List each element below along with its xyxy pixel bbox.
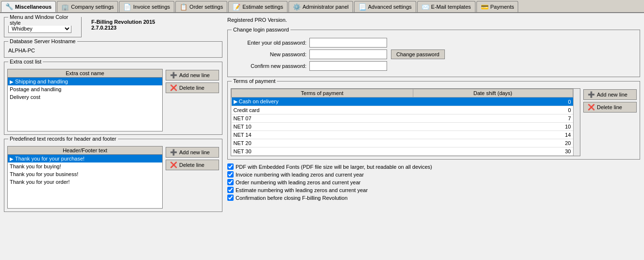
tab-advanced[interactable]: 📃 Advanced settings	[354, 1, 416, 12]
checkbox-estimate_numbering[interactable]	[227, 187, 234, 193]
predefined-text-add-button[interactable]: ➕ Add new line	[166, 147, 219, 158]
checkbox-row: Invoice numbering with leading zeros and…	[227, 171, 640, 178]
left-panel: Menu and Window Color style Whidbey Clas…	[4, 17, 222, 255]
checkbox-row: Confirmation before closing F-billing Re…	[227, 195, 640, 201]
terms-list-container: Terms of payment Date shift (days) ▶ Cas…	[231, 88, 580, 156]
password-group-label: Change login password	[232, 27, 290, 32]
predefined-text-buttons: ➕ Add new line ❌ Delete line	[166, 146, 219, 209]
extra-cost-column-header: Extra cost name	[10, 70, 160, 76]
tab-admin[interactable]: ⚙️ Administrator panel	[288, 1, 353, 12]
main-content: Menu and Window Color style Whidbey Clas…	[0, 13, 644, 259]
table-row[interactable]: NET 1010	[232, 123, 573, 131]
checkbox-confirm_closing[interactable]	[227, 195, 234, 201]
db-hostname-group: Database Server Hostname ALPHA-PC	[4, 41, 222, 58]
change-password-button[interactable]: Change password	[391, 49, 445, 59]
predefined-text-list-row: Header/Footer text ▶ Thank you for your …	[7, 146, 219, 209]
list-item[interactable]: Thank you for your order!	[8, 178, 162, 186]
tab-email[interactable]: ✉️ E-Mail templates	[417, 1, 475, 12]
predefined-text-list-container: Header/Footer text ▶ Thank you for your …	[7, 146, 163, 209]
table-row[interactable]: Credit card0	[232, 106, 573, 114]
table-row[interactable]: ▶ Cash on delivery0	[232, 98, 573, 106]
table-row[interactable]: NET 2020	[232, 139, 573, 147]
terms-add-button[interactable]: ➕ Add new line	[583, 89, 637, 100]
registered-label: Registered PRO Version.	[227, 17, 640, 23]
terms-table: Terms of payment Date shift (days) ▶ Cas…	[231, 89, 573, 156]
delete-icon: ❌	[588, 104, 595, 111]
date-col-header: Date shift (days)	[413, 89, 573, 98]
checkbox-row: Estimate numbering with leading zeros an…	[227, 187, 640, 193]
tab-order[interactable]: 📋 Order settings	[175, 1, 227, 12]
old-password-input[interactable]	[309, 38, 387, 48]
predefined-text-list-header: Header/Footer text	[8, 146, 162, 155]
terms-buttons: ➕ Add new line ❌ Delete line	[583, 88, 637, 156]
checkbox-pdf_embedded[interactable]	[227, 163, 234, 170]
extra-cost-list-header: Extra cost name	[8, 69, 162, 78]
extra-cost-list-row: Extra cost name ▶ Shipping and handling …	[7, 69, 219, 131]
checkbox-invoice_numbering[interactable]	[227, 171, 234, 178]
predefined-text-list-body[interactable]: ▶ Thank you for your purchase! Thank you…	[8, 155, 162, 208]
delete-icon: ❌	[170, 84, 177, 91]
predefined-text-group: Predefined text records for header and f…	[4, 139, 222, 212]
list-item[interactable]: Postage and handling	[8, 85, 162, 93]
list-item[interactable]: Delivery cost	[8, 93, 162, 101]
tab-company[interactable]: 🏢 Company settings	[57, 1, 118, 12]
delete-icon: ❌	[170, 162, 177, 168]
advanced-icon: 📃	[358, 3, 366, 11]
checkbox-label: PDF with Embedded Fonts (PDF file size w…	[236, 164, 432, 170]
tab-invoice[interactable]: 📄 Invoice settings	[119, 1, 174, 12]
checkbox-label: Estimate numbering with leading zeros an…	[236, 187, 368, 193]
db-hostname-value: ALPHA-PC	[8, 48, 218, 53]
app-version: 2.7.0.2123	[91, 25, 155, 31]
selected-arrow: ▶	[10, 156, 14, 162]
list-item[interactable]: ▶ Thank you for your purchase!	[8, 155, 162, 162]
table-row[interactable]: NET 077	[232, 114, 573, 123]
app-name: F-Billing Revolution 2015	[91, 19, 155, 25]
old-password-label: Enter your old password:	[232, 40, 309, 46]
selected-arrow: ▶	[234, 98, 239, 104]
predefined-text-delete-button[interactable]: ❌ Delete line	[166, 160, 219, 170]
tab-estimate[interactable]: 📝 Estimate settings	[228, 1, 288, 12]
extra-cost-label: Extra cost list	[8, 59, 43, 65]
table-row[interactable]: NET 3030	[232, 147, 573, 156]
password-group: Change login password Enter your old pas…	[227, 30, 640, 77]
terms-table-wrapper[interactable]: Terms of payment Date shift (days) ▶ Cas…	[231, 89, 573, 156]
old-password-row: Enter your old password:	[232, 38, 636, 48]
order-icon: 📋	[180, 3, 187, 11]
add-icon: ➕	[170, 72, 177, 79]
extra-cost-list-body[interactable]: ▶ Shipping and handling Postage and hand…	[8, 78, 162, 131]
tab-payments[interactable]: 💳 Payments	[476, 1, 519, 12]
extra-cost-add-button[interactable]: ➕ Add new line	[166, 70, 219, 81]
tab-bar: 🔧 Miscellaneous 🏢 Company settings 📄 Inv…	[0, 0, 644, 13]
terms-scrollbar[interactable]	[573, 89, 580, 156]
payments-icon: 💳	[481, 3, 489, 11]
color-style-label: Menu and Window Color style	[8, 14, 81, 26]
miscellaneous-icon: 🔧	[5, 3, 13, 10]
extra-cost-list-container: Extra cost name ▶ Shipping and handling …	[7, 69, 163, 131]
terms-col-header: Terms of payment	[232, 89, 413, 98]
db-hostname-label: Database Server Hostname	[8, 38, 77, 44]
new-password-input[interactable]	[309, 49, 387, 59]
list-item[interactable]: Thank you for your business!	[8, 170, 162, 178]
extra-cost-buttons: ➕ Add new line ❌ Delete line	[166, 69, 219, 131]
checkbox-row: Order numbering with leading zeros and c…	[227, 179, 640, 185]
tab-miscellaneous[interactable]: 🔧 Miscellaneous	[1, 1, 56, 12]
list-item[interactable]: Thank you for buying!	[8, 162, 162, 170]
color-style-group: Menu and Window Color style Whidbey Clas…	[4, 17, 82, 37]
terms-group: Terms of payment Terms of payment Date s…	[227, 81, 640, 160]
confirm-password-row: Confirm new password:	[232, 61, 636, 71]
predefined-text-label: Predefined text records for header and f…	[8, 136, 118, 142]
checkbox-order_numbering[interactable]	[227, 179, 234, 185]
company-icon: 🏢	[61, 3, 69, 11]
confirm-password-input[interactable]	[309, 61, 387, 71]
checkboxes-section: PDF with Embedded Fonts (PDF file size w…	[227, 163, 640, 201]
predefined-text-column-header: Header/Footer text	[10, 147, 160, 153]
table-row[interactable]: NET 1414	[232, 131, 573, 139]
terms-delete-button[interactable]: ❌ Delete line	[583, 102, 637, 113]
right-panel: Registered PRO Version. Change login pas…	[227, 17, 640, 255]
checkbox-label: Order numbering with leading zeros and c…	[236, 179, 360, 185]
extra-cost-delete-button[interactable]: ❌ Delete line	[166, 82, 219, 93]
terms-list-row: Terms of payment Date shift (days) ▶ Cas…	[231, 88, 637, 156]
list-item[interactable]: ▶ Shipping and handling	[8, 78, 162, 85]
email-icon: ✉️	[422, 3, 429, 11]
new-password-label: New password:	[232, 51, 309, 57]
